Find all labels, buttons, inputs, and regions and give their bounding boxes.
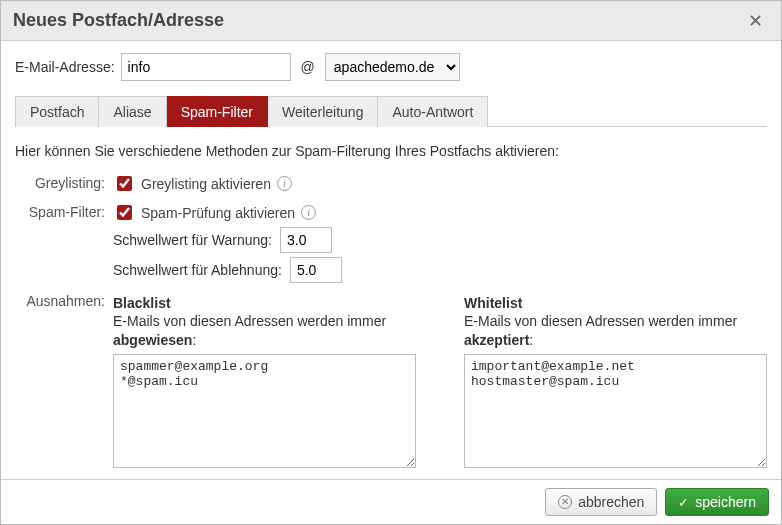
cancel-button[interactable]: ✕ abbrechen <box>545 488 657 516</box>
spamcheck-checkbox[interactable] <box>117 205 132 220</box>
greylisting-checkbox[interactable] <box>117 176 132 191</box>
dialog-content: E-Mail-Adresse: @ apachedemo.de Postfach… <box>1 41 781 479</box>
greylisting-checkbox-label: Greylisting aktivieren <box>141 176 271 192</box>
info-icon[interactable]: i <box>301 205 316 220</box>
greylisting-row: Greylisting aktivieren i <box>113 173 767 194</box>
tab-weiterleitung[interactable]: Weiterleitung <box>268 96 378 127</box>
spamcheck-row: Spam-Prüfung aktivieren i <box>113 202 767 223</box>
exceptions-label: Ausnahmen: <box>15 291 105 309</box>
tab-bar: Postfach Aliase Spam-Filter Weiterleitun… <box>15 95 767 127</box>
blacklist-desc: E-Mails von diesen Adressen werden immer… <box>113 312 416 350</box>
tab-spam-filter[interactable]: Spam-Filter <box>167 96 268 127</box>
blacklist-textarea[interactable] <box>113 354 416 468</box>
tab-auto-antwort[interactable]: Auto-Antwort <box>378 96 488 127</box>
reject-threshold-row: Schwellwert für Ablehnung: <box>113 257 767 283</box>
spamfilter-block: Spam-Prüfung aktivieren i Schwellwert fü… <box>113 202 767 283</box>
intro-text: Hier können Sie verschiedene Methoden zu… <box>15 143 767 159</box>
check-icon: ✓ <box>678 495 689 510</box>
email-label: E-Mail-Adresse: <box>15 59 115 75</box>
reject-threshold-input[interactable] <box>290 257 342 283</box>
blacklist-title: Blacklist <box>113 295 416 311</box>
greylisting-label: Greylisting: <box>15 173 105 191</box>
settings-grid: Greylisting: Greylisting aktivieren i Sp… <box>15 173 767 468</box>
blacklist-desc-strong: abgewiesen <box>113 332 192 348</box>
spamfilter-label: Spam-Filter: <box>15 202 105 220</box>
whitelist-desc-strong: akzeptiert <box>464 332 529 348</box>
whitelist-title: Whitelist <box>464 295 767 311</box>
warn-threshold-input[interactable] <box>280 227 332 253</box>
email-local-input[interactable] <box>121 53 291 81</box>
dialog-footer: ✕ abbrechen ✓ speichern <box>1 479 781 524</box>
cancel-icon: ✕ <box>558 495 572 509</box>
info-icon[interactable]: i <box>277 176 292 191</box>
blacklist-desc-text: E-Mails von diesen Adressen werden immer <box>113 313 386 329</box>
whitelist-textarea[interactable] <box>464 354 767 468</box>
warn-threshold-row: Schwellwert für Warnung: <box>113 227 767 253</box>
close-button[interactable]: ✕ <box>741 7 769 35</box>
exceptions-lists: Blacklist E-Mails von diesen Adressen we… <box>113 295 767 468</box>
whitelist-column: Whitelist E-Mails von diesen Adressen we… <box>464 295 767 468</box>
email-address-row: E-Mail-Adresse: @ apachedemo.de <box>15 53 767 81</box>
tab-aliase[interactable]: Aliase <box>99 96 166 127</box>
tab-postfach[interactable]: Postfach <box>15 96 99 127</box>
dialog-title: Neues Postfach/Adresse <box>13 10 224 31</box>
dialog-new-mailbox: Neues Postfach/Adresse ✕ E-Mail-Adresse:… <box>0 0 782 525</box>
cancel-button-label: abbrechen <box>578 494 644 510</box>
blacklist-column: Blacklist E-Mails von diesen Adressen we… <box>113 295 416 468</box>
save-button-label: speichern <box>695 494 756 510</box>
reject-threshold-label: Schwellwert für Ablehnung: <box>113 262 282 278</box>
at-sign: @ <box>297 59 319 75</box>
close-icon: ✕ <box>748 10 763 32</box>
titlebar: Neues Postfach/Adresse ✕ <box>1 1 781 41</box>
save-button[interactable]: ✓ speichern <box>665 488 769 516</box>
whitelist-desc-text: E-Mails von diesen Adressen werden immer <box>464 313 737 329</box>
whitelist-desc: E-Mails von diesen Adressen werden immer… <box>464 312 767 350</box>
email-domain-select[interactable]: apachedemo.de <box>325 53 460 81</box>
warn-threshold-label: Schwellwert für Warnung: <box>113 232 272 248</box>
spamcheck-checkbox-label: Spam-Prüfung aktivieren <box>141 205 295 221</box>
